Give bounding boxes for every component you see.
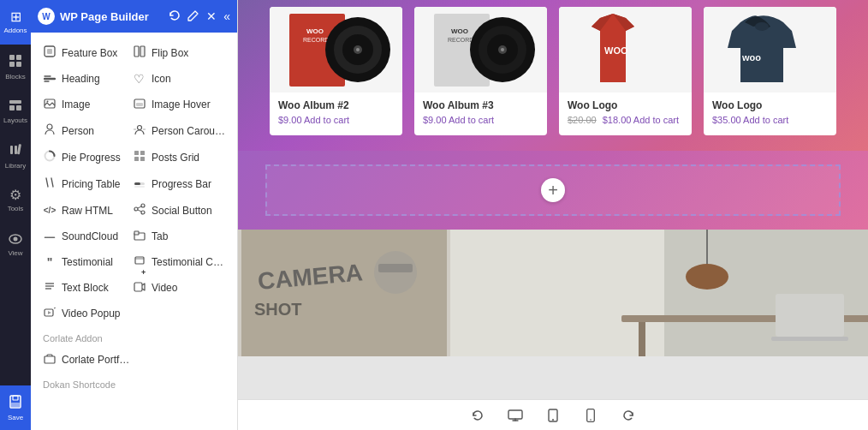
widget-image-hover-label: Image Hover — [152, 99, 211, 110]
widget-video[interactable]: Video — [128, 275, 230, 301]
layouts-label: Layouts — [3, 116, 27, 124]
widget-heading[interactable]: Heading — [38, 66, 128, 92]
widget-image-hover[interactable]: Image Hover — [128, 92, 230, 117]
svg-rect-54 — [45, 356, 55, 363]
tab-icon — [133, 230, 146, 243]
widget-testimonial[interactable]: " Testimonial — [38, 249, 128, 275]
add-to-cart-hoodie[interactable]: Add to cart — [743, 115, 788, 125]
product-cards-row: WOO RECORDS Woo Album #2 — [255, 7, 851, 135]
svg-point-39 — [141, 204, 145, 207]
svg-rect-9 — [17, 144, 21, 154]
widget-tab[interactable]: Tab — [128, 224, 230, 249]
product-img-logo-shirt: WOO — [559, 7, 692, 93]
corlate-widget-grid: Corlate Portf… — [31, 347, 237, 373]
person-carousel-icon — [133, 123, 146, 138]
widget-posts-grid[interactable]: Posts Grid — [128, 144, 230, 170]
svg-rect-16 — [47, 49, 52, 54]
widget-soundcloud-label: SoundCloud — [62, 230, 118, 242]
widget-heading-label: Heading — [62, 73, 100, 85]
redo-button[interactable] — [616, 403, 640, 427]
product-name-album2: Woo Album #2 — [278, 99, 394, 111]
sidebar-item-library[interactable]: Library — [0, 134, 31, 178]
widget-corlate-portfolio-label: Corlate Portf… — [62, 354, 129, 366]
product-name-logo-shirt: Woo Logo — [568, 99, 683, 111]
close-icon[interactable]: ✕ — [206, 9, 217, 23]
svg-rect-50 — [134, 283, 142, 291]
widget-image[interactable]: Image — [38, 92, 128, 117]
svg-rect-92 — [508, 410, 522, 419]
corlate-addon-section-label: Corlate Addon — [31, 326, 237, 347]
sidebar-item-save[interactable]: Save — [0, 385, 31, 430]
widget-soundcloud[interactable]: SoundCloud — [38, 224, 128, 249]
svg-point-98 — [590, 419, 592, 421]
tablet-view-button[interactable] — [541, 403, 565, 427]
svg-text:woo: woo — [741, 52, 761, 63]
widget-social-button-label: Social Button — [152, 205, 212, 217]
widget-progress-bar[interactable]: Progress Bar — [128, 170, 230, 197]
widget-icon[interactable]: ♡ Icon — [128, 66, 230, 92]
add-to-cart-album2[interactable]: Add to cart — [304, 115, 349, 125]
svg-text:WOO: WOO — [604, 45, 628, 56]
widget-social-button[interactable]: Social Button — [128, 197, 230, 224]
svg-rect-2 — [9, 62, 15, 67]
svg-line-53 — [54, 308, 56, 308]
widget-feature-box[interactable]: Feature Box — [38, 39, 128, 66]
sidebar-item-view[interactable]: View — [0, 223, 31, 267]
svg-point-38 — [134, 207, 138, 211]
sidebar-item-addons[interactable]: ⊞ Addons — [0, 0, 31, 45]
svg-rect-14 — [11, 403, 20, 407]
widget-testimonial-label: Testimonial — [62, 256, 113, 268]
sidebar-item-blocks[interactable]: Blocks — [0, 45, 31, 89]
svg-rect-18 — [140, 46, 145, 57]
widget-flip-box[interactable]: Flip Box — [128, 39, 230, 66]
svg-rect-90 — [776, 294, 844, 337]
add-to-cart-album3[interactable]: Add to cart — [449, 115, 494, 125]
bottom-toolbar — [238, 399, 868, 430]
widget-grid: Feature Box Flip Box Heading ♡ Icon — [31, 39, 237, 326]
svg-line-42 — [138, 210, 141, 212]
widget-text-block[interactable]: Text Block — [38, 275, 128, 301]
icon-bar: ⊞ Addons Blocks Layouts Library ⚙ Tools … — [0, 0, 31, 430]
undo-button[interactable] — [466, 403, 490, 427]
empty-section[interactable]: + — [265, 164, 841, 216]
view-icon — [9, 233, 22, 247]
add-to-cart-logo-shirt[interactable]: Add to cart — [633, 115, 679, 125]
person-icon — [43, 123, 56, 138]
sidebar-item-tools[interactable]: ⚙ Tools — [0, 178, 31, 223]
widget-corlate-portfolio[interactable]: Corlate Portf… — [38, 347, 134, 373]
widget-raw-html[interactable]: </> Raw HTML — [38, 197, 128, 224]
svg-line-41 — [138, 206, 141, 208]
add-section-button[interactable]: + — [541, 178, 565, 202]
widget-video-popup-label: Video Popup — [62, 308, 121, 320]
pie-progress-icon — [43, 150, 56, 164]
svg-rect-34 — [140, 157, 145, 161]
mobile-view-button[interactable] — [579, 403, 603, 427]
edit-icon[interactable] — [187, 9, 199, 24]
widget-panel: W WP Page Builder ✕ « Feature Box — [31, 0, 238, 430]
widget-icon-label: Icon — [152, 73, 171, 85]
desktop-view-button[interactable] — [503, 403, 527, 427]
save-icon — [9, 395, 22, 411]
widget-pricing-table[interactable]: Pricing Table — [38, 170, 128, 197]
svg-rect-31 — [134, 151, 139, 155]
blocks-label: Blocks — [5, 73, 26, 81]
widget-testimonial-carousel[interactable]: Testimonial C… + — [128, 249, 230, 275]
product-card-album3: WOO RECORDS Woo Album #3 — [414, 7, 547, 135]
svg-rect-5 — [9, 105, 15, 110]
widget-pie-progress[interactable]: Pie Progress — [38, 144, 128, 170]
layouts-icon — [9, 99, 22, 114]
product-img-album2: WOO RECORDS — [270, 7, 402, 93]
widget-person-carousel[interactable]: Person Carou… — [128, 117, 230, 144]
widget-person-carousel-label: Person Carou… — [152, 125, 225, 137]
bottom-img-right — [450, 230, 868, 356]
bottom-img-left: CAMERA SHOT — [238, 230, 450, 356]
widget-video-popup[interactable]: Video Popup — [38, 301, 128, 326]
collapse-icon[interactable]: « — [223, 9, 230, 23]
widget-person[interactable]: Person — [38, 117, 128, 144]
product-name-album3: Woo Album #3 — [423, 99, 538, 111]
svg-rect-37 — [134, 186, 145, 188]
sidebar-item-layouts[interactable]: Layouts — [0, 89, 31, 134]
addons-icon: ⊞ — [10, 10, 21, 24]
refresh-icon[interactable] — [169, 9, 181, 24]
library-label: Library — [5, 162, 26, 170]
